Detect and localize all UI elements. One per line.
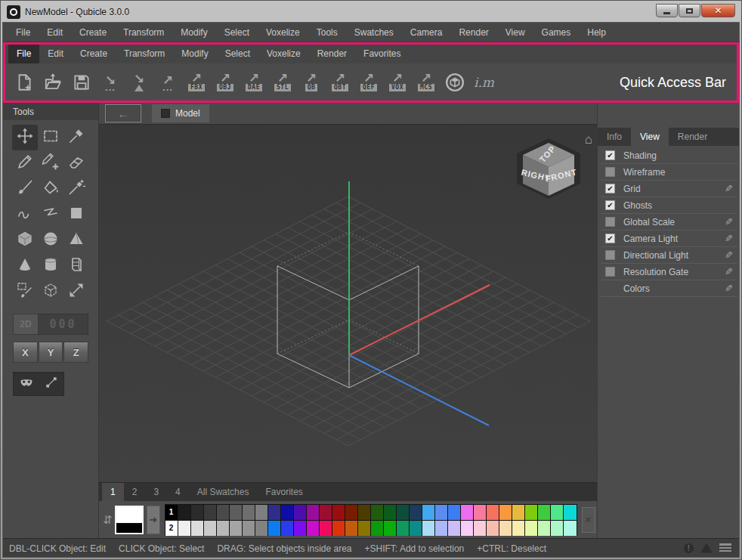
palette-swatch[interactable] bbox=[499, 505, 512, 520]
titlebar[interactable]: NewModel - Qubicle 3.0.0 ✕ bbox=[2, 2, 740, 22]
palette-swatch[interactable] bbox=[281, 521, 294, 536]
sketchfab-button[interactable] bbox=[441, 66, 469, 99]
palette-swatch[interactable] bbox=[448, 505, 461, 520]
slice-tool[interactable] bbox=[63, 253, 89, 279]
box-tool[interactable] bbox=[12, 227, 38, 253]
menu-file[interactable]: File bbox=[8, 23, 39, 42]
menu-render[interactable]: Render bbox=[450, 23, 496, 42]
active-color-well[interactable] bbox=[115, 506, 144, 534]
palette-swatch[interactable] bbox=[294, 521, 307, 536]
eraser-tool[interactable] bbox=[63, 150, 89, 176]
palette-swatch[interactable] bbox=[474, 505, 487, 520]
export-obj-button[interactable]: ↗OBJ bbox=[211, 66, 240, 99]
qab-menu-render[interactable]: Render bbox=[309, 45, 355, 63]
palette-swatch[interactable] bbox=[487, 505, 499, 520]
palette-swatch[interactable] bbox=[178, 505, 191, 520]
palette-swatch[interactable] bbox=[538, 505, 551, 520]
cube-select-tool[interactable] bbox=[38, 279, 63, 305]
palette-swatch[interactable] bbox=[461, 505, 474, 520]
spline-tool[interactable] bbox=[39, 373, 63, 395]
palette-swatch[interactable]: 1 bbox=[165, 505, 178, 520]
edit-pencil-icon[interactable]: ✎ bbox=[725, 233, 733, 244]
rectangle-tool[interactable] bbox=[63, 202, 89, 227]
navigation-cube[interactable]: TOP RIGHT FRONT bbox=[511, 137, 586, 215]
palette-swatch[interactable] bbox=[538, 521, 551, 536]
back-button[interactable]: ← bbox=[105, 104, 141, 122]
export-qb-button[interactable]: ↗QB bbox=[297, 66, 326, 99]
swatch-tab-3[interactable]: 3 bbox=[145, 483, 167, 501]
axis-z-button[interactable]: Z bbox=[63, 342, 88, 363]
new-model-button[interactable] bbox=[10, 66, 39, 99]
edit-pencil-icon[interactable]: ✎ bbox=[725, 249, 733, 261]
palette-swatch[interactable] bbox=[422, 521, 435, 536]
palette-swatch[interactable] bbox=[551, 505, 564, 520]
palette-swatch[interactable] bbox=[268, 521, 281, 536]
palette-swatch[interactable] bbox=[410, 505, 422, 520]
palette-swatch[interactable] bbox=[345, 505, 358, 520]
right-panel-tab-info[interactable]: Info bbox=[598, 128, 631, 146]
checkbox[interactable] bbox=[605, 250, 615, 260]
palette-swatch[interactable] bbox=[191, 505, 204, 520]
move-tool[interactable] bbox=[12, 125, 38, 150]
menu-swatches[interactable]: Swatches bbox=[346, 23, 402, 42]
model-tab[interactable]: Model bbox=[152, 104, 209, 122]
palette-swatch[interactable] bbox=[512, 505, 525, 520]
brush-tool[interactable] bbox=[12, 176, 38, 202]
palette-swatch[interactable] bbox=[358, 505, 371, 520]
menu-icon[interactable] bbox=[719, 543, 731, 552]
axis-y-button[interactable]: Y bbox=[39, 342, 63, 363]
line-tool[interactable] bbox=[38, 202, 63, 227]
palette-swatch[interactable] bbox=[217, 521, 230, 536]
palette-swatch[interactable] bbox=[397, 521, 410, 536]
palette-swatch[interactable] bbox=[243, 505, 255, 520]
menu-create[interactable]: Create bbox=[71, 23, 115, 42]
palette-swatch[interactable] bbox=[307, 521, 320, 536]
palette-swatch[interactable] bbox=[230, 505, 243, 520]
palette-swatch[interactable]: 2 bbox=[165, 521, 178, 536]
palette-swatch[interactable] bbox=[217, 505, 230, 520]
palette-swatch[interactable] bbox=[487, 521, 499, 536]
checkbox[interactable]: ✔ bbox=[605, 150, 615, 160]
palette-swatch[interactable] bbox=[332, 505, 345, 520]
open-button[interactable] bbox=[39, 66, 67, 99]
palette-swatch[interactable] bbox=[307, 505, 320, 520]
palette-swatch[interactable] bbox=[320, 521, 332, 536]
palette-swatch[interactable] bbox=[461, 521, 474, 536]
menu-camera[interactable]: Camera bbox=[402, 23, 451, 42]
palette-swatch[interactable] bbox=[294, 505, 307, 520]
import-button[interactable]: ↘... bbox=[96, 66, 125, 99]
info-icon[interactable]: ! bbox=[684, 543, 694, 553]
swap-colors-icon[interactable]: ⇵ bbox=[103, 513, 113, 527]
warning-icon[interactable] bbox=[700, 543, 713, 553]
export-qef-button[interactable]: ↗QEF bbox=[354, 66, 383, 99]
palette-swatch[interactable] bbox=[255, 521, 268, 536]
palette-swatch[interactable] bbox=[525, 505, 538, 520]
menu-select[interactable]: Select bbox=[216, 23, 258, 42]
maximize-button[interactable] bbox=[679, 4, 700, 17]
qab-menu-create[interactable]: Create bbox=[72, 45, 116, 63]
checkbox[interactable] bbox=[605, 167, 615, 177]
magic-wand-tool[interactable] bbox=[63, 176, 89, 202]
palette-swatch[interactable] bbox=[474, 521, 487, 536]
swatch-tab-all-swatches[interactable]: All Swatches bbox=[189, 483, 258, 501]
edit-pencil-icon[interactable]: ✎ bbox=[725, 216, 733, 227]
save-button[interactable] bbox=[67, 66, 96, 99]
rect-select-tool[interactable] bbox=[38, 125, 63, 150]
right-panel-tab-render[interactable]: Render bbox=[669, 128, 716, 146]
palette-swatch[interactable] bbox=[320, 505, 332, 520]
palette-swatch[interactable] bbox=[564, 521, 577, 536]
palette-swatch[interactable] bbox=[281, 505, 294, 520]
menu-transform[interactable]: Transform bbox=[115, 23, 172, 42]
qab-menu-transform[interactable]: Transform bbox=[116, 45, 173, 63]
palette-swatch[interactable] bbox=[422, 505, 435, 520]
palette-swatch[interactable] bbox=[384, 505, 397, 520]
palette-swatch[interactable] bbox=[435, 505, 448, 520]
qab-menu-select[interactable]: Select bbox=[217, 45, 258, 63]
qab-menu-modify[interactable]: Modify bbox=[173, 45, 216, 63]
color-picker-tool[interactable] bbox=[63, 125, 89, 150]
mask-tool[interactable] bbox=[14, 373, 39, 395]
swatch-tab-1[interactable]: 1 bbox=[102, 483, 124, 501]
palette-swatch[interactable] bbox=[191, 521, 204, 536]
pencil-add-tool[interactable] bbox=[38, 150, 63, 176]
menu-view[interactable]: View bbox=[497, 23, 533, 42]
